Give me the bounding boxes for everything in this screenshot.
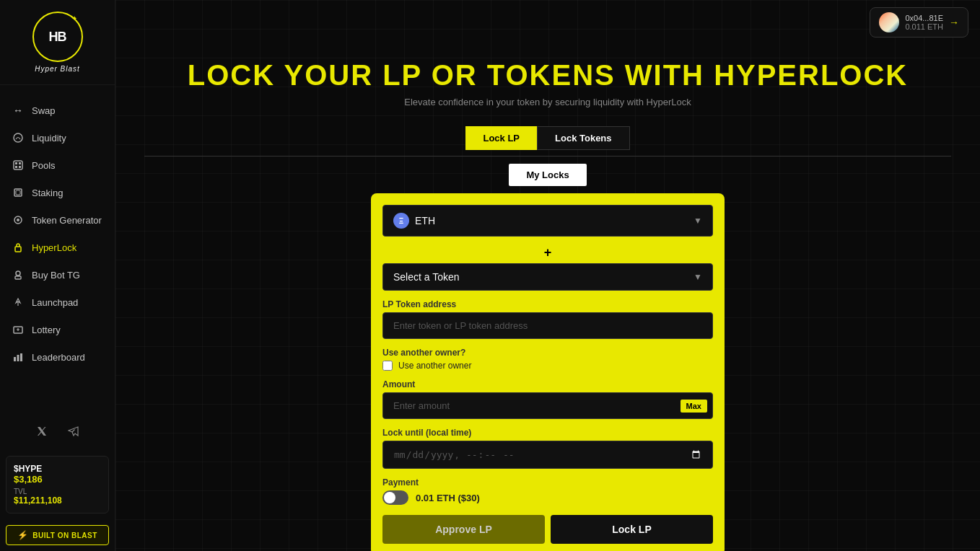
wallet-button[interactable]: 0x04...81E 0.011 ETH → bbox=[870, 7, 968, 38]
page-subtitle: Elevate confidence in your token by secu… bbox=[130, 97, 966, 107]
social-links bbox=[0, 413, 115, 450]
sidebar-item-label: Buy Bot TG bbox=[32, 270, 80, 281]
svg-rect-2 bbox=[15, 162, 17, 164]
use-another-owner-checkbox[interactable] bbox=[382, 361, 393, 371]
sidebar-item-liquidity[interactable]: Liquidity bbox=[0, 124, 115, 151]
network-chevron-icon: ▼ bbox=[694, 216, 702, 226]
lottery-icon bbox=[12, 323, 25, 336]
token-selector[interactable]: Select a Token ▼ bbox=[382, 263, 713, 291]
payment-value: 0.01 ETH ($30) bbox=[416, 493, 480, 503]
action-buttons: Approve LP Lock LP bbox=[382, 515, 713, 544]
svg-rect-1 bbox=[14, 161, 22, 169]
staking-icon bbox=[12, 186, 25, 199]
token-selector-row: Select a Token ▼ bbox=[382, 263, 713, 291]
wallet-arrow-icon: → bbox=[949, 17, 959, 28]
checkbox-row: Use another owner bbox=[382, 361, 713, 371]
sidebar-item-launchpad[interactable]: Launchpad bbox=[0, 288, 115, 316]
my-locks-wrapper: My Locks bbox=[115, 164, 980, 186]
sidebar-item-staking[interactable]: Staking bbox=[0, 179, 115, 206]
lock-until-input[interactable] bbox=[382, 441, 713, 469]
logo-subtitle: Hyper Blast bbox=[35, 65, 80, 73]
tvl-label: TVL bbox=[14, 488, 101, 495]
svg-rect-7 bbox=[16, 190, 20, 195]
sidebar-item-label: Liquidity bbox=[32, 133, 66, 144]
main-content: 0x04...81E 0.011 ETH → LOCK YOUR LP OR T… bbox=[115, 0, 980, 551]
svg-rect-10 bbox=[15, 247, 21, 252]
lock-until-label: Lock until (local time) bbox=[382, 428, 713, 438]
page-title: LOCK YOUR LP OR TOKENS WITH HYPERLOCK bbox=[130, 59, 966, 91]
amount-input[interactable] bbox=[382, 392, 713, 419]
tab-lock-tokens[interactable]: Lock Tokens bbox=[537, 126, 630, 150]
logo-container: HB ✦ Hyper Blast bbox=[0, 0, 115, 85]
telegram-link[interactable] bbox=[64, 421, 84, 441]
header-bar: 0x04...81E 0.011 ETH → bbox=[115, 0, 980, 45]
network-selected-display: Ξ ETH bbox=[393, 213, 435, 229]
sidebar-item-label: HyperLock bbox=[32, 242, 76, 253]
title-section: LOCK YOUR LP OR TOKENS WITH HYPERLOCK El… bbox=[115, 45, 980, 115]
launchpad-icon bbox=[12, 296, 25, 309]
lock-lp-button[interactable]: Lock LP bbox=[551, 515, 713, 544]
svg-rect-17 bbox=[20, 353, 22, 361]
network-label: ETH bbox=[415, 215, 435, 226]
page-content: LOCK YOUR LP OR TOKENS WITH HYPERLOCK El… bbox=[115, 45, 980, 551]
svg-rect-3 bbox=[19, 162, 21, 164]
sidebar-item-label: Launchpad bbox=[32, 297, 78, 308]
svg-rect-4 bbox=[15, 166, 17, 168]
my-locks-button[interactable]: My Locks bbox=[509, 164, 586, 186]
sidebar-item-lottery[interactable]: Lottery bbox=[0, 316, 115, 343]
page-title-prefix: LOCK YOUR LP OR TOKENS WITH bbox=[188, 59, 714, 91]
blast-icon: ⚡ bbox=[17, 530, 28, 540]
lp-token-input[interactable] bbox=[382, 312, 713, 339]
wallet-address: 0x04...81E bbox=[905, 14, 943, 22]
svg-line-18 bbox=[72, 430, 75, 433]
twitter-link[interactable] bbox=[32, 421, 52, 441]
network-selector-row: Ξ ETH ▼ bbox=[382, 205, 713, 237]
max-button[interactable]: Max bbox=[681, 400, 707, 413]
page-title-highlight: HYPERLOCK bbox=[714, 59, 908, 91]
sidebar-item-label: Leaderboard bbox=[32, 352, 85, 363]
built-on-blast-button[interactable]: ⚡ BUILT ON BLAST bbox=[6, 525, 109, 545]
tab-lock-lp[interactable]: Lock LP bbox=[465, 126, 537, 150]
divider bbox=[144, 156, 951, 157]
sidebar-item-label: Token Generator bbox=[32, 215, 102, 226]
use-another-owner-row: Use another owner? Use another owner bbox=[382, 348, 713, 371]
payment-toggle[interactable] bbox=[382, 490, 408, 505]
swap-icon: ↔ bbox=[12, 104, 25, 117]
svg-point-11 bbox=[16, 271, 20, 276]
lp-token-label: LP Token address bbox=[382, 299, 713, 309]
lp-token-address-row: LP Token address bbox=[382, 299, 713, 339]
svg-point-9 bbox=[17, 219, 19, 221]
svg-rect-12 bbox=[15, 276, 21, 279]
liquidity-icon bbox=[12, 131, 25, 144]
pools-icon bbox=[12, 159, 25, 172]
network-selector[interactable]: Ξ ETH ▼ bbox=[382, 205, 713, 237]
sidebar-item-swap[interactable]: ↔ Swap bbox=[0, 97, 115, 124]
sidebar-item-leaderboard[interactable]: Leaderboard bbox=[0, 343, 115, 371]
token-chevron-icon: ▼ bbox=[694, 272, 702, 282]
logo-spark: ✦ bbox=[71, 14, 77, 22]
sidebar-item-label: Staking bbox=[32, 188, 63, 198]
built-label: BUILT ON BLAST bbox=[32, 532, 97, 539]
buy-bot-icon bbox=[12, 268, 25, 281]
price-widget: $HYPE $3,186 TVL $11,211,108 bbox=[6, 456, 109, 513]
amount-input-wrapper: Max bbox=[382, 392, 713, 419]
hyperlock-icon bbox=[12, 241, 25, 254]
token-price: $3,186 bbox=[14, 474, 101, 485]
sidebar-item-buy-bot-tg[interactable]: Buy Bot TG bbox=[0, 261, 115, 288]
tab-group: Lock LP Lock Tokens bbox=[115, 126, 980, 150]
payment-row: Payment 0.01 ETH ($30) bbox=[382, 477, 713, 505]
use-another-owner-checkbox-label: Use another owner bbox=[398, 361, 471, 371]
toggle-knob bbox=[384, 492, 395, 503]
wallet-info: 0x04...81E 0.011 ETH bbox=[905, 14, 943, 31]
sidebar-item-token-generator[interactable]: Token Generator bbox=[0, 206, 115, 234]
sidebar-item-hyperlock[interactable]: HyperLock bbox=[0, 234, 115, 261]
token-generator-icon bbox=[12, 213, 25, 226]
plus-divider: + bbox=[382, 245, 713, 260]
approve-lp-button[interactable]: Approve LP bbox=[382, 515, 545, 544]
sidebar-nav: ↔ Swap Liquidity Pools Staking Token G bbox=[0, 91, 115, 413]
wallet-avatar bbox=[879, 12, 899, 32]
svg-rect-16 bbox=[17, 355, 19, 361]
amount-row: Amount Max bbox=[382, 379, 713, 419]
token-name: $HYPE bbox=[14, 464, 101, 474]
sidebar-item-pools[interactable]: Pools bbox=[0, 151, 115, 179]
